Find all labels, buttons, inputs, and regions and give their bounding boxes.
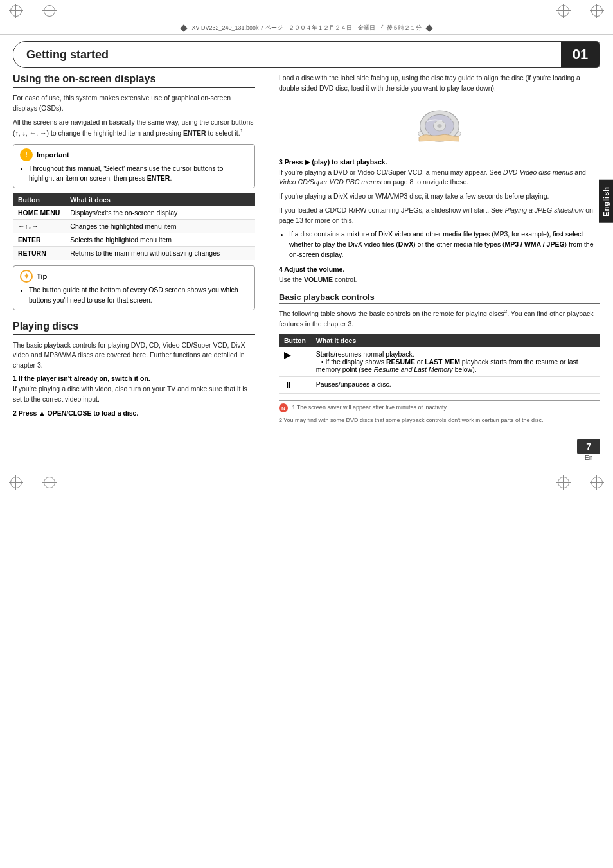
step3-list-item: If a disc contains a mixture of DivX vid… <box>289 229 600 260</box>
important-list: Throughout this manual, 'Select' means u… <box>29 164 248 184</box>
page-lang: En <box>577 454 600 461</box>
corner-reg-tr1 <box>556 4 571 18</box>
corner-reg-bl2 <box>42 475 57 490</box>
warning-icon: ! <box>20 148 33 161</box>
file-diamond-icon <box>181 24 188 31</box>
table-desc-cell: Selects the highlighted menu item <box>65 233 255 247</box>
button-table: Button What it does HOME MENUDisplays/ex… <box>13 193 255 260</box>
corner-reg-tl2 <box>42 4 57 18</box>
file-info-bar: XV-DV232_240_131.book 7 ページ ２００４年１２月２４日 … <box>0 22 613 35</box>
table-row: ▶ Starts/resumes normal playback. • If t… <box>279 347 600 377</box>
section2-para1: The basic playback controls for playing … <box>13 341 255 371</box>
main-content: Using the on-screen displays For ease of… <box>13 73 600 429</box>
step3-header: 3 Press ▶ (play) to start playback. <box>279 158 600 166</box>
dvd-image-area <box>279 100 600 152</box>
footnote-1: 1 The screen saver will appear after fiv… <box>292 405 448 411</box>
table-desc-cell: Displays/exits the on-screen display <box>65 206 255 220</box>
playback-desc-pause: Pauses/unpauses a disc. <box>311 377 600 394</box>
table-btn-cell: ←↑↓→ <box>13 220 65 233</box>
step3: 3 Press ▶ (play) to start playback. If y… <box>279 158 600 260</box>
section1-para2: All the screens are navigated in basical… <box>13 118 255 139</box>
important-box: ! Important Throughout this manual, 'Sel… <box>13 144 255 189</box>
corner-reg-tr2 <box>590 4 604 18</box>
file-info-text: XV-DV232_240_131.book 7 ページ ２００４年１２月２４日 … <box>191 24 421 32</box>
step4-body: Use the VOLUME control. <box>279 275 600 285</box>
footnotes: N 1 The screen saver will appear after f… <box>279 400 600 425</box>
table-row: RETURNReturns to the main menu without s… <box>13 247 255 260</box>
table-header-row: Button What it does <box>13 193 255 206</box>
bottom-reg-row <box>0 472 613 493</box>
table-col-button: Button <box>13 193 65 206</box>
playback-btn-pause: ⏸ <box>279 377 311 394</box>
right-para1: Load a disc with the label side facing u… <box>279 73 600 94</box>
playback-header-row: Button What it does <box>279 334 600 347</box>
playback-col-what: What it does <box>311 334 600 347</box>
table-row: ←↑↓→Changes the highlighted menu item <box>13 220 255 233</box>
table-btn-cell: RETURN <box>13 247 65 260</box>
top-reg-row <box>0 0 613 22</box>
step1: 1 If the player isn't already on, switch… <box>13 375 255 405</box>
section-playing-title: Playing discs <box>13 321 255 335</box>
tip-header: ✦ Tip <box>20 270 248 283</box>
corner-reg-bl <box>9 475 23 490</box>
step3-list: If a disc contains a mixture of DivX vid… <box>289 229 600 260</box>
playback-col-button: Button <box>279 334 311 347</box>
step4-header: 4 Adjust the volume. <box>279 265 600 273</box>
svg-point-4 <box>438 124 441 127</box>
corner-reg-tl <box>9 4 23 18</box>
table-btn-cell: ENTER <box>13 233 65 247</box>
table-col-what: What it does <box>65 193 255 206</box>
step3-body1: If you're playing a DVD or Video CD/Supe… <box>279 168 600 188</box>
footnote-note-label: N 1 The screen saver will appear after f… <box>279 403 600 412</box>
important-header: ! Important <box>20 148 248 161</box>
corner-reg-br2 <box>590 475 604 490</box>
right-column: Load a disc with the label side facing u… <box>267 73 600 429</box>
page-chapter-number: 01 <box>561 42 600 67</box>
tip-item: The button guide at the bottom of every … <box>29 285 248 306</box>
step4: 4 Adjust the volume. Use the VOLUME cont… <box>279 265 600 285</box>
sub-section-para: The following table shows the basic cont… <box>279 308 600 329</box>
footnote-2: 2 You may find with some DVD discs that … <box>279 416 600 425</box>
section1-para1: For ease of use, this system makes exten… <box>13 93 255 114</box>
playback-btn-play: ▶ <box>279 347 311 377</box>
sub-section-title: Basic playback controls <box>279 292 600 304</box>
page-title: Getting started <box>13 42 561 67</box>
table-row: ENTERSelects the highlighted menu item <box>13 233 255 247</box>
tip-box: ✦ Tip The button guide at the bottom of … <box>13 265 255 310</box>
important-title: Important <box>37 151 69 159</box>
note-icon: N <box>279 403 288 412</box>
dvd-disc-svg <box>414 103 465 148</box>
tip-icon: ✦ <box>20 270 33 283</box>
step1-header: 1 If the player isn't already on, switch… <box>13 375 255 382</box>
step2: 2 Press ▲ OPEN/CLOSE to load a disc. <box>13 409 255 417</box>
step1-body: If you're playing a disc with video, als… <box>13 384 255 405</box>
file-diamond-icon2 <box>425 24 432 31</box>
table-desc-cell: Returns to the main menu without saving … <box>65 247 255 260</box>
left-column: Using the on-screen displays For ease of… <box>13 73 267 429</box>
corner-reg-br1 <box>556 475 571 490</box>
table-row: HOME MENUDisplays/exits the on-screen di… <box>13 206 255 220</box>
step3-body3: If you loaded a CD/CD-R/RW containing JP… <box>279 206 600 226</box>
page-header: Getting started 01 <box>13 41 600 68</box>
important-item: Throughout this manual, 'Select' means u… <box>29 164 248 184</box>
page-title-text: Getting started <box>26 48 109 62</box>
step2-header: 2 Press ▲ OPEN/CLOSE to load a disc. <box>13 409 255 417</box>
page-number: 7 <box>577 439 600 454</box>
step3-body2: If you're playing a DivX video or WMA/MP… <box>279 191 600 202</box>
tip-title: Tip <box>37 272 47 280</box>
playback-table: Button What it does ▶ Starts/resumes nor… <box>279 334 600 394</box>
table-btn-cell: HOME MENU <box>13 206 65 220</box>
table-row: ⏸ Pauses/unpauses a disc. <box>279 377 600 394</box>
playback-desc-play: Starts/resumes normal playback. • If the… <box>311 347 600 377</box>
language-tab: English <box>599 180 613 223</box>
tip-list: The button guide at the bottom of every … <box>29 285 248 306</box>
section-onscreen-title: Using the on-screen displays <box>13 73 255 88</box>
table-desc-cell: Changes the highlighted menu item <box>65 220 255 233</box>
